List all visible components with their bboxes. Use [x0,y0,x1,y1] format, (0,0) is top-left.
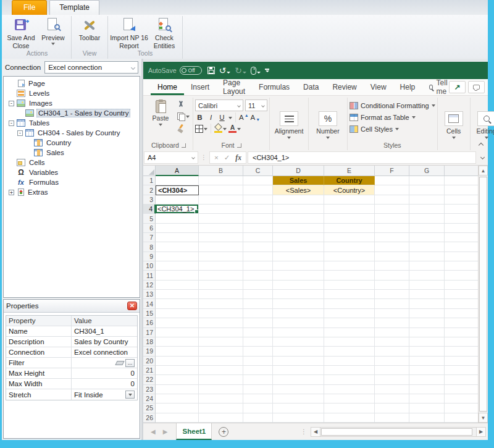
row-header-15[interactable]: 15 [143,309,156,318]
save-and-close-button[interactable]: ↪ Save And Close [5,16,37,49]
cell-B20[interactable] [199,357,243,366]
cell-B18[interactable] [199,337,243,347]
row-header-20[interactable]: 20 [143,357,156,366]
cell-C8[interactable] [243,242,273,251]
cell-G13[interactable] [409,290,445,299]
cell-G7[interactable] [409,233,445,242]
row-header-23[interactable]: 23 [143,385,156,394]
cell-A10[interactable] [156,261,199,271]
cell-C6[interactable] [243,224,273,233]
row-header-2[interactable]: 2 [143,185,156,195]
cell-F20[interactable] [375,357,409,366]
cell-B23[interactable] [199,385,243,394]
template-tab[interactable]: Template [49,0,99,15]
cell-D10[interactable] [273,261,324,271]
cell-C3[interactable] [243,195,273,205]
tree-item-country[interactable]: Country [4,138,140,148]
column-header-c[interactable]: C [243,166,273,176]
cell-F24[interactable] [375,394,409,404]
cell-B25[interactable] [199,404,243,413]
cell-D17[interactable] [273,328,324,337]
cell-D25[interactable] [273,404,324,413]
dropdown-button[interactable] [125,391,135,399]
row-header-11[interactable]: 11 [143,271,156,280]
scroll-right-icon[interactable]: ▶ [476,427,486,437]
cell-A8[interactable] [156,242,199,251]
cell-D7[interactable] [273,233,324,242]
italic-button[interactable]: I [206,112,216,122]
cell-A11[interactable] [156,271,199,280]
editing-button[interactable]: Editing [472,109,494,139]
dialog-launcher-icon[interactable] [237,143,241,148]
redo-button[interactable]: ↻ [235,65,246,76]
column-header-g[interactable]: G [409,166,445,176]
tab-page-layout[interactable]: Page Layout [216,79,252,95]
cell-D23[interactable] [273,385,324,394]
cell-A15[interactable] [156,309,199,318]
row-header-21[interactable]: 21 [143,366,156,375]
conditional-formatting-button[interactable]: Conditional Formatting [350,100,435,111]
cell-C20[interactable] [243,357,273,366]
cell-A21[interactable] [156,366,199,375]
tree-item-variables[interactable]: ΩVariables [4,167,140,177]
row-header-8[interactable]: 8 [143,242,156,251]
cell-E13[interactable] [324,290,375,299]
cell-E19[interactable] [324,347,375,356]
name-box[interactable]: A4 [144,151,198,164]
cell-E23[interactable] [324,385,375,394]
cell-C25[interactable] [243,404,273,413]
select-all-corner[interactable] [143,166,156,176]
cell-A3[interactable] [156,195,199,205]
tree-item-sales[interactable]: Sales [4,148,140,158]
cell-C1[interactable] [243,176,273,185]
tree-item-cells[interactable]: Cells [4,158,140,167]
bold-button[interactable]: B [195,112,204,122]
quick-save-icon[interactable] [207,67,215,74]
cell-B11[interactable] [199,271,243,280]
cell-C26[interactable] [243,413,273,423]
cell-G11[interactable] [409,271,445,280]
preview-button[interactable]: Preview [37,16,69,45]
cell-A16[interactable] [156,318,199,328]
cell-C19[interactable] [243,347,273,356]
cell-B15[interactable] [199,309,243,318]
cell-C2[interactable] [243,185,273,195]
paste-button[interactable]: Paste [146,98,175,126]
cell-E14[interactable] [324,299,375,308]
cell-C9[interactable] [243,252,273,261]
cell-A9[interactable] [156,252,199,261]
cell-E20[interactable] [324,357,375,366]
cell-F5[interactable] [375,214,409,223]
cell-D26[interactable] [273,413,324,423]
cell-C4[interactable] [243,205,273,214]
cell-D22[interactable] [273,375,324,384]
close-icon[interactable]: ✕ [127,302,137,310]
cell-B14[interactable] [199,299,243,308]
cell-G1[interactable] [409,176,445,185]
cell-F4[interactable] [375,205,409,214]
cell-D20[interactable] [273,357,324,366]
font-name-select[interactable]: Calibri [195,99,243,111]
file-tab[interactable]: File [12,0,47,15]
cell-G26[interactable] [409,413,445,423]
cell-D6[interactable] [273,224,324,233]
cell-G2[interactable] [409,185,445,195]
tree-item-ch304-table[interactable]: -CH304 - Sales by Country [4,128,140,138]
cell-E3[interactable] [324,195,375,205]
selected-cell-A4[interactable]: <CH304_1> [156,205,199,214]
cell-E4[interactable] [324,205,375,214]
cell-A1[interactable] [156,176,199,185]
cell-E21[interactable] [324,366,375,375]
cell-F16[interactable] [375,318,409,328]
cell-G17[interactable] [409,328,445,337]
cell-C13[interactable] [243,290,273,299]
cell-F21[interactable] [375,366,409,375]
cell-G20[interactable] [409,357,445,366]
cell-A18[interactable] [156,337,199,347]
cell-G9[interactable] [409,252,445,261]
row-header-19[interactable]: 19 [143,347,156,356]
cell-F1[interactable] [375,176,409,185]
cell-G22[interactable] [409,375,445,384]
row-header-13[interactable]: 13 [143,290,156,299]
cell-B21[interactable] [199,366,243,375]
